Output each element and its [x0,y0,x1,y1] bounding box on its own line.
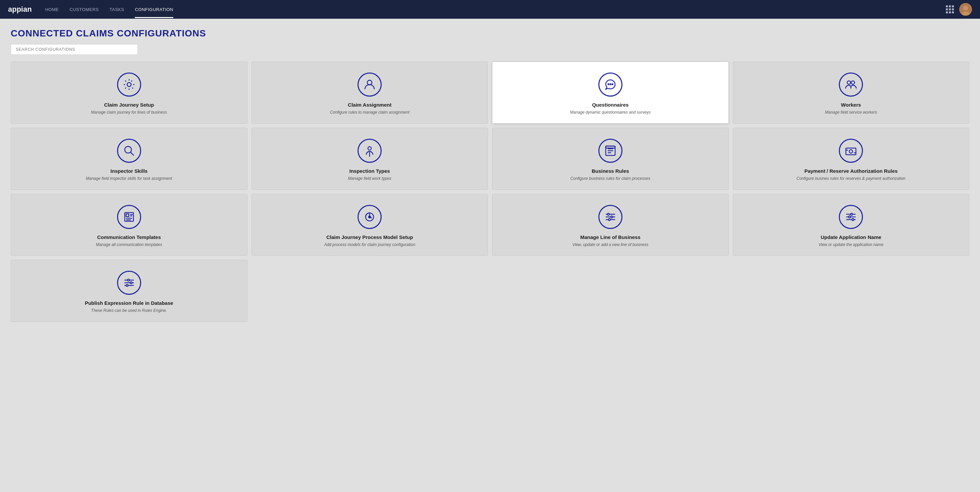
main-content: CONNECTED CLAIMS CONFIGURATIONS Claim Jo… [0,19,980,492]
config-card-manage-lob[interactable]: Manage Line of BusinessView, update or a… [492,194,729,256]
app-grid-icon[interactable] [946,5,954,13]
config-card-claim-journey-setup[interactable]: Claim Journey SetupManage claim journey … [11,62,248,124]
publish-expression-icon [117,271,141,295]
business-rules-desc: Configure business rules for claim proce… [570,176,650,181]
svg-rect-25 [126,214,129,217]
config-card-communication-templates[interactable]: Communication TemplatesManage all commun… [11,194,248,256]
config-card-claim-assignment[interactable]: Claim AssignmentConfigure rules to manag… [251,62,488,124]
config-grid: Claim Journey SetupManage claim journey … [11,62,969,322]
svg-line-12 [130,152,134,156]
inspection-types-icon [358,139,382,163]
svg-point-3 [964,6,967,10]
config-card-workers[interactable]: WorkersManage field service workers [733,62,970,124]
inspection-types-title: Inspection Types [350,168,390,174]
manage-lob-icon [598,205,622,229]
nav-customers[interactable]: CUSTOMERS [70,1,99,18]
nav-right [946,3,972,16]
nav-tasks[interactable]: TASKS [109,1,124,18]
publish-expression-desc: These Rules can be used in Rules Engine. [91,308,167,314]
grid-dot [949,8,951,10]
svg-point-36 [611,216,613,218]
workers-title: Workers [841,102,861,108]
claim-journey-setup-title: Claim Journey Setup [104,102,154,108]
svg-point-35 [608,213,609,215]
svg-point-8 [612,84,613,85]
config-card-update-app-name[interactable]: Update Application NameView or update th… [733,194,970,256]
grid-dot [946,11,948,13]
claim-journey-process-title: Claim Journey Process Model Setup [326,234,413,240]
claim-assignment-icon [358,73,382,97]
svg-point-10 [851,81,854,84]
svg-point-41 [851,213,853,215]
svg-point-42 [848,216,851,218]
nav-configuration[interactable]: CONFIGURATION [135,1,173,18]
user-avatar[interactable] [959,3,972,16]
svg-point-9 [847,81,851,84]
claim-journey-setup-desc: Manage claim journey for lines of busine… [91,110,167,115]
config-card-payment-reserve[interactable]: Payment / Reserve Authorization RulesCon… [733,128,970,190]
svg-point-21 [849,150,853,153]
svg-rect-20 [846,148,856,155]
payment-reserve-icon [839,139,863,163]
logo-text: appian [8,5,32,14]
questionnaires-title: Questionnaires [592,102,628,108]
manage-lob-desc: View, update or add a new line of busine… [572,242,648,248]
workers-desc: Manage field service workers [825,110,877,115]
config-card-publish-expression[interactable]: Publish Expression Rule in DatabaseThese… [11,260,248,322]
workers-icon [839,73,863,97]
payment-reserve-desc: Configure busines rules for reserves & p… [797,176,906,181]
questionnaires-desc: Manage dynamic questionnaires and survey… [570,110,651,115]
svg-point-6 [608,84,609,85]
grid-dot [949,11,951,13]
search-input[interactable] [11,44,138,55]
questionnaires-icon [598,73,622,97]
grid-dot [952,8,954,10]
svg-point-43 [852,219,854,221]
grid-dot [952,11,954,13]
nav-home[interactable]: HOME [45,1,59,18]
svg-point-4 [127,83,131,87]
avatar-image [959,3,972,16]
svg-point-47 [127,279,129,281]
inspector-skills-title: Inspector Skills [110,168,148,174]
grid-dot [952,5,954,7]
config-card-claim-journey-process[interactable]: Claim Journey Process Model SetupAdd pro… [251,194,488,256]
manage-lob-title: Manage Line of Business [580,234,641,240]
claim-assignment-desc: Configure rules to manage claim assignme… [330,110,409,115]
config-card-questionnaires[interactable]: QuestionnairesManage dynamic questionnai… [492,62,729,124]
navbar: appian HOME CUSTOMERS TASKS CONFIGURATIO… [0,0,980,19]
claim-journey-setup-icon [117,73,141,97]
inspector-skills-desc: Manage field inspector skills for task a… [86,176,172,181]
communication-templates-title: Communication Templates [97,234,161,240]
communication-templates-icon [117,205,141,229]
grid-dot [946,8,948,10]
svg-rect-19 [606,146,615,148]
grid-dot [949,5,951,7]
svg-point-37 [608,219,611,221]
publish-expression-title: Publish Expression Rule in Database [85,300,173,306]
page-title: CONNECTED CLAIMS CONFIGURATIONS [11,28,969,39]
grid-dot [946,5,948,7]
svg-point-7 [610,84,611,85]
svg-point-13 [368,147,371,150]
inspection-types-desc: Manage field work types [348,176,391,181]
config-card-business-rules[interactable]: Business RulesConfigure business rules f… [492,128,729,190]
claim-journey-process-desc: Add process models for claim journey con… [324,242,415,248]
svg-point-49 [126,284,128,286]
appian-logo[interactable]: appian [8,5,32,14]
update-app-name-title: Update Application Name [821,234,881,240]
claim-journey-process-icon [358,205,382,229]
claim-assignment-title: Claim Assignment [348,102,391,108]
update-app-name-desc: View or update the application name [818,242,883,248]
svg-point-11 [125,146,132,153]
business-rules-icon [598,139,622,163]
nav-links: HOME CUSTOMERS TASKS CONFIGURATION [45,1,946,18]
payment-reserve-title: Payment / Reserve Authorization Rules [804,168,898,174]
update-app-name-icon [839,205,863,229]
config-card-inspector-skills[interactable]: Inspector SkillsManage field inspector s… [11,128,248,190]
svg-point-31 [369,216,371,218]
svg-point-48 [130,282,132,284]
communication-templates-desc: Manage all communication templates [96,242,162,248]
config-card-inspection-types[interactable]: Inspection TypesManage field work types [251,128,488,190]
business-rules-title: Business Rules [592,168,629,174]
